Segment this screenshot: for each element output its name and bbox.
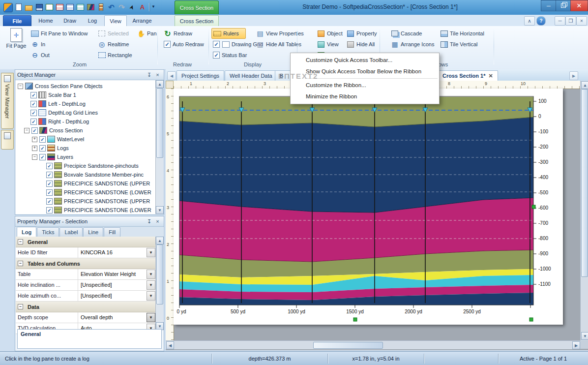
new-lithology-table-icon[interactable] — [65, 2, 75, 12]
scrollbar-thumb[interactable] — [156, 88, 163, 158]
tree-row[interactable]: WaterLevel — [16, 135, 156, 144]
tree-label[interactable]: Left - DepthLog — [48, 101, 86, 107]
expander-icon[interactable] — [32, 154, 37, 160]
maximize-button[interactable] — [556, 0, 571, 11]
close-button[interactable]: ✕ — [570, 0, 588, 11]
selection-handle[interactable] — [353, 318, 357, 321]
minimize-button[interactable]: ─ — [541, 0, 557, 11]
tree-row[interactable]: PRECIPICE SANDSTONE (LOWER — [16, 206, 156, 214]
drawing-grid-checkbox-icon[interactable] — [213, 41, 220, 48]
object-tree-scrollbar[interactable]: ▲ ▼ — [155, 80, 163, 214]
zoom-selected-button[interactable]: Selected — [96, 29, 136, 38]
open-icon[interactable] — [24, 2, 33, 12]
child-restore-button[interactable]: ❐ — [565, 16, 576, 26]
minimize-ribbon-chevron-icon[interactable]: ∧ — [524, 16, 535, 26]
scroll-down-arrow[interactable]: ▼ — [156, 206, 164, 214]
property-grid-scrollbar[interactable]: ▲ ▼ — [155, 237, 163, 330]
pin-icon[interactable]: ↧ — [145, 217, 153, 225]
tab-log[interactable]: Log — [83, 15, 102, 26]
menu-item-minimize-ribbon[interactable]: Minimize the Ribbon — [291, 91, 439, 102]
doc-tab-project-settings[interactable]: Project Settings — [176, 70, 224, 81]
property-value-field[interactable]: KINCORA 16 ▼ — [78, 247, 156, 258]
arrange-icons-button[interactable]: Arrange Icons — [389, 39, 436, 49]
zoom-in-button[interactable]: In — [29, 39, 62, 49]
zoom-out-button[interactable]: Out — [29, 50, 62, 60]
dropdown-arrow-icon[interactable]: ▼ — [147, 313, 155, 322]
property-value-field[interactable]: [Unspecified] ▼ — [78, 291, 156, 301]
new-borehole-table-icon[interactable] — [45, 2, 54, 12]
pan-button[interactable]: Pan — [136, 29, 159, 38]
help-icon[interactable]: ? — [536, 16, 546, 26]
auto-redraw-checkbox-icon[interactable] — [164, 41, 171, 48]
section-row[interactable]: Data — [16, 302, 156, 312]
item-checkbox[interactable] — [30, 101, 37, 107]
tree-label[interactable]: Logs — [57, 145, 69, 151]
object-manager-toggle[interactable]: Object — [316, 29, 345, 38]
cross-section-view-icon[interactable] — [86, 2, 95, 12]
menu-item-customize-qat[interactable]: Customize Quick Access Toolbar... — [291, 55, 439, 66]
tree-label[interactable]: Cross Section — [49, 127, 83, 133]
tab-file[interactable]: File — [3, 15, 31, 27]
tab-cross-section[interactable]: Cross Section — [175, 15, 219, 26]
tree-row[interactable]: PRECIPICE SANDSTONE (LOWER — [16, 188, 156, 197]
close-panel-icon[interactable]: × — [153, 217, 162, 225]
save-icon[interactable] — [34, 2, 44, 12]
tree-row[interactable]: Precipice Sandstone-pinchouts — [16, 161, 156, 170]
scroll-left-arrow[interactable]: ◀ — [166, 341, 174, 349]
tree-label[interactable]: DepthLog Grid Lines — [48, 110, 98, 116]
redo-icon[interactable] — [117, 2, 126, 12]
tree-row[interactable]: DepthLog Grid Lines — [16, 108, 156, 117]
scroll-right-arrow[interactable]: ▶ — [572, 341, 580, 349]
tab-view[interactable]: View — [104, 15, 127, 26]
tree-label[interactable]: WaterLevel — [57, 136, 84, 142]
section-row[interactable]: Tables and Columns — [16, 258, 156, 269]
new-survey-table-icon[interactable] — [76, 2, 85, 12]
cross-section-page[interactable]: 100 0 -100 -200 -300 -400 -500 -600 -700… — [174, 89, 563, 325]
fit-page-button[interactable]: Fit Page — [5, 28, 28, 60]
child-close-button[interactable]: × — [576, 16, 587, 26]
scroll-up-arrow[interactable]: ▲ — [156, 80, 164, 88]
tree-row[interactable]: PRECIPICE SANDSTONE (UPPER — [16, 197, 156, 206]
scrollbar-thumb[interactable] — [581, 89, 588, 277]
tab-draw[interactable]: Draw — [59, 15, 81, 26]
tree-row[interactable]: Layers — [16, 152, 156, 161]
doc-tab-well-header-data[interactable]: Well Header Data — [225, 70, 277, 81]
tree-row[interactable]: Cross Section Pane Objects — [16, 82, 156, 91]
item-checkbox[interactable] — [30, 92, 37, 98]
tree-label[interactable]: Cross Section Pane Objects — [35, 83, 103, 89]
scrollbar-thumb[interactable] — [156, 244, 163, 304]
rulers-toggle-button[interactable]: Rulers — [211, 28, 246, 39]
expander-icon[interactable] — [18, 84, 23, 89]
dropdown-arrow-icon[interactable]: ▼ — [147, 248, 155, 257]
tree-label[interactable]: PRECIPICE SANDSTONE (UPPER — [64, 181, 150, 186]
qat-customize-dropdown-icon[interactable]: ▼ — [151, 4, 155, 9]
scroll-down-arrow[interactable]: ▼ — [581, 332, 588, 340]
hide-all-tables-button[interactable]: Hide All Tables — [255, 39, 303, 49]
tab-log[interactable]: Log — [17, 227, 36, 237]
status-bar-checkbox-icon[interactable] — [213, 52, 220, 59]
item-checkbox[interactable] — [46, 163, 53, 169]
tree-row[interactable]: Left - DepthLog — [16, 99, 156, 108]
selection-handle[interactable] — [532, 205, 535, 209]
section-row[interactable]: General — [16, 237, 156, 247]
auto-redraw-checkbox[interactable]: Auto Redraw — [162, 39, 208, 49]
tree-label[interactable]: PRECIPICE SANDSTONE (LOWER — [64, 207, 151, 213]
item-checkbox[interactable] — [30, 119, 37, 125]
horizontal-scrollbar[interactable]: ◀ ▶ — [166, 340, 580, 349]
new-collar-table-icon[interactable] — [55, 2, 64, 12]
vertical-scrollbar[interactable]: ▲ ▼ — [580, 81, 588, 340]
view-manager-vertical-tab[interactable]: View Manager — [1, 73, 14, 129]
tab-line[interactable]: Line — [83, 227, 103, 237]
dropdown-arrow-icon[interactable]: ▼ — [147, 270, 155, 279]
scrollbar-thumb[interactable] — [313, 342, 383, 349]
tile-vertical-button[interactable]: Tile Vertical — [439, 39, 486, 49]
dropdown-arrow-icon[interactable]: ▼ — [147, 291, 155, 301]
view-properties-button[interactable]: View Properties — [255, 29, 303, 38]
item-checkbox[interactable] — [39, 136, 46, 143]
undo-icon[interactable] — [107, 2, 116, 12]
child-minimize-button[interactable]: ─ — [555, 16, 565, 26]
expander-icon[interactable] — [32, 146, 37, 151]
property-value-field[interactable]: [Unspecified] ▼ — [78, 280, 156, 290]
pin-icon[interactable]: ↧ — [145, 71, 153, 79]
tab-label[interactable]: Label — [59, 227, 83, 237]
